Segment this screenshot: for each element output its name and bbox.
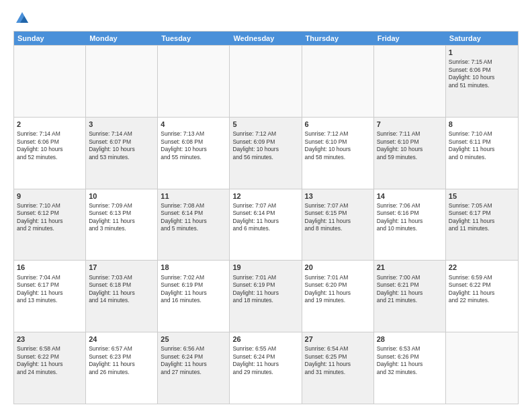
calendar-cell: 2Sunrise: 7:14 AM Sunset: 6:06 PM Daylig… <box>14 118 86 189</box>
header <box>13 11 519 26</box>
cell-text: Sunrise: 7:08 AM Sunset: 6:14 PM Dayligh… <box>161 202 226 233</box>
cell-text: Sunrise: 7:11 AM Sunset: 6:10 PM Dayligh… <box>377 130 443 161</box>
cell-text: Sunrise: 7:10 AM Sunset: 6:11 PM Dayligh… <box>449 130 515 161</box>
calendar-row: 16Sunrise: 7:04 AM Sunset: 6:17 PM Dayli… <box>14 260 518 332</box>
cell-text: Sunrise: 7:14 AM Sunset: 6:06 PM Dayligh… <box>17 130 83 161</box>
cell-text: Sunrise: 7:07 AM Sunset: 6:14 PM Dayligh… <box>232 202 298 233</box>
calendar-cell <box>374 46 446 117</box>
calendar-cell: 18Sunrise: 7:02 AM Sunset: 6:19 PM Dayli… <box>158 261 230 332</box>
day-number: 7 <box>377 120 443 129</box>
calendar-cell: 27Sunrise: 6:54 AM Sunset: 6:25 PM Dayli… <box>302 332 374 404</box>
cell-text: Sunrise: 7:02 AM Sunset: 6:19 PM Dayligh… <box>161 274 226 305</box>
day-number: 22 <box>449 263 515 272</box>
day-number: 11 <box>161 191 226 201</box>
day-number: 4 <box>161 120 226 129</box>
cell-text: Sunrise: 7:01 AM Sunset: 6:20 PM Dayligh… <box>305 274 371 305</box>
cell-text: Sunrise: 6:55 AM Sunset: 6:24 PM Dayligh… <box>232 345 298 376</box>
calendar-cell: 28Sunrise: 6:53 AM Sunset: 6:26 PM Dayli… <box>374 332 446 404</box>
day-number: 17 <box>89 263 154 272</box>
calendar-cell: 3Sunrise: 7:14 AM Sunset: 6:07 PM Daylig… <box>86 118 158 189</box>
calendar-cell: 21Sunrise: 7:00 AM Sunset: 6:21 PM Dayli… <box>374 261 446 332</box>
cell-text: Sunrise: 7:12 AM Sunset: 6:09 PM Dayligh… <box>232 130 298 161</box>
day-number: 8 <box>449 120 515 129</box>
calendar-cell <box>14 46 86 117</box>
calendar-cell: 9Sunrise: 7:10 AM Sunset: 6:12 PM Daylig… <box>14 189 86 261</box>
calendar-cell: 25Sunrise: 6:56 AM Sunset: 6:24 PM Dayli… <box>158 332 230 404</box>
day-number: 3 <box>89 120 154 129</box>
calendar-cell <box>86 46 158 117</box>
calendar-cell: 26Sunrise: 6:55 AM Sunset: 6:24 PM Dayli… <box>230 332 302 404</box>
day-number: 12 <box>232 191 298 201</box>
calendar-cell: 15Sunrise: 7:05 AM Sunset: 6:17 PM Dayli… <box>446 189 518 261</box>
day-number: 14 <box>377 191 443 201</box>
day-number: 2 <box>17 120 83 129</box>
calendar-cell: 17Sunrise: 7:03 AM Sunset: 6:18 PM Dayli… <box>86 261 158 332</box>
calendar-cell: 14Sunrise: 7:06 AM Sunset: 6:16 PM Dayli… <box>374 189 446 261</box>
day-number: 18 <box>161 263 226 272</box>
calendar-cell: 7Sunrise: 7:11 AM Sunset: 6:10 PM Daylig… <box>374 118 446 189</box>
header-saturday: Saturday <box>446 32 518 45</box>
calendar-cell <box>446 332 518 404</box>
calendar-cell: 22Sunrise: 6:59 AM Sunset: 6:22 PM Dayli… <box>446 261 518 332</box>
day-number: 25 <box>161 334 226 344</box>
day-number: 26 <box>232 334 298 344</box>
cell-text: Sunrise: 7:12 AM Sunset: 6:10 PM Dayligh… <box>305 130 371 161</box>
header-sunday: Sunday <box>14 32 86 45</box>
cell-text: Sunrise: 6:58 AM Sunset: 6:22 PM Dayligh… <box>17 345 83 376</box>
page: Sunday Monday Tuesday Wednesday Thursday… <box>0 0 532 411</box>
day-number: 10 <box>89 191 154 201</box>
calendar-row: 23Sunrise: 6:58 AM Sunset: 6:22 PM Dayli… <box>14 332 518 404</box>
day-number: 23 <box>17 334 83 344</box>
calendar-cell: 8Sunrise: 7:10 AM Sunset: 6:11 PM Daylig… <box>446 118 518 189</box>
day-number: 24 <box>89 334 154 344</box>
calendar-cell: 11Sunrise: 7:08 AM Sunset: 6:14 PM Dayli… <box>158 189 230 261</box>
cell-text: Sunrise: 6:57 AM Sunset: 6:23 PM Dayligh… <box>89 345 154 376</box>
day-number: 16 <box>17 263 83 272</box>
cell-text: Sunrise: 7:01 AM Sunset: 6:19 PM Dayligh… <box>232 274 298 305</box>
calendar-cell: 24Sunrise: 6:57 AM Sunset: 6:23 PM Dayli… <box>86 332 158 404</box>
cell-text: Sunrise: 7:10 AM Sunset: 6:12 PM Dayligh… <box>17 202 83 233</box>
cell-text: Sunrise: 6:54 AM Sunset: 6:25 PM Dayligh… <box>305 345 371 376</box>
cell-text: Sunrise: 7:05 AM Sunset: 6:17 PM Dayligh… <box>449 202 515 233</box>
calendar-cell <box>302 46 374 117</box>
cell-text: Sunrise: 7:06 AM Sunset: 6:16 PM Dayligh… <box>377 202 443 233</box>
calendar-cell: 10Sunrise: 7:09 AM Sunset: 6:13 PM Dayli… <box>86 189 158 261</box>
calendar-row: 2Sunrise: 7:14 AM Sunset: 6:06 PM Daylig… <box>14 117 518 189</box>
calendar-cell: 5Sunrise: 7:12 AM Sunset: 6:09 PM Daylig… <box>230 118 302 189</box>
calendar-cell: 1Sunrise: 7:15 AM Sunset: 6:06 PM Daylig… <box>446 46 518 117</box>
calendar-cell: 16Sunrise: 7:04 AM Sunset: 6:17 PM Dayli… <box>14 261 86 332</box>
day-number: 13 <box>305 191 371 201</box>
day-number: 6 <box>305 120 371 129</box>
calendar-header: Sunday Monday Tuesday Wednesday Thursday… <box>14 32 518 45</box>
logo-icon <box>15 11 30 26</box>
day-number: 5 <box>232 120 298 129</box>
calendar-cell: 20Sunrise: 7:01 AM Sunset: 6:20 PM Dayli… <box>302 261 374 332</box>
day-number: 9 <box>17 191 83 201</box>
logo <box>13 11 30 26</box>
day-number: 21 <box>377 263 443 272</box>
cell-text: Sunrise: 7:09 AM Sunset: 6:13 PM Dayligh… <box>89 202 154 233</box>
cell-text: Sunrise: 7:04 AM Sunset: 6:17 PM Dayligh… <box>17 274 83 305</box>
calendar-cell: 19Sunrise: 7:01 AM Sunset: 6:19 PM Dayli… <box>230 261 302 332</box>
cell-text: Sunrise: 6:53 AM Sunset: 6:26 PM Dayligh… <box>377 345 443 376</box>
cell-text: Sunrise: 7:03 AM Sunset: 6:18 PM Dayligh… <box>89 274 154 305</box>
cell-text: Sunrise: 6:59 AM Sunset: 6:22 PM Dayligh… <box>449 274 515 305</box>
cell-text: Sunrise: 7:13 AM Sunset: 6:08 PM Dayligh… <box>161 130 226 161</box>
day-number: 1 <box>449 48 515 57</box>
calendar-cell <box>158 46 230 117</box>
cell-text: Sunrise: 7:15 AM Sunset: 6:06 PM Dayligh… <box>449 58 515 89</box>
calendar-cell <box>230 46 302 117</box>
calendar-cell: 13Sunrise: 7:07 AM Sunset: 6:15 PM Dayli… <box>302 189 374 261</box>
day-number: 28 <box>377 334 443 344</box>
header-thursday: Thursday <box>302 32 374 45</box>
day-number: 20 <box>305 263 371 272</box>
day-number: 19 <box>232 263 298 272</box>
calendar-row: 9Sunrise: 7:10 AM Sunset: 6:12 PM Daylig… <box>14 189 518 261</box>
header-monday: Monday <box>86 32 158 45</box>
cell-text: Sunrise: 6:56 AM Sunset: 6:24 PM Dayligh… <box>161 345 226 376</box>
calendar-cell: 4Sunrise: 7:13 AM Sunset: 6:08 PM Daylig… <box>158 118 230 189</box>
cell-text: Sunrise: 7:14 AM Sunset: 6:07 PM Dayligh… <box>89 130 154 161</box>
calendar-body: 1Sunrise: 7:15 AM Sunset: 6:06 PM Daylig… <box>14 45 518 404</box>
calendar-row: 1Sunrise: 7:15 AM Sunset: 6:06 PM Daylig… <box>14 45 518 117</box>
day-number: 15 <box>449 191 515 201</box>
